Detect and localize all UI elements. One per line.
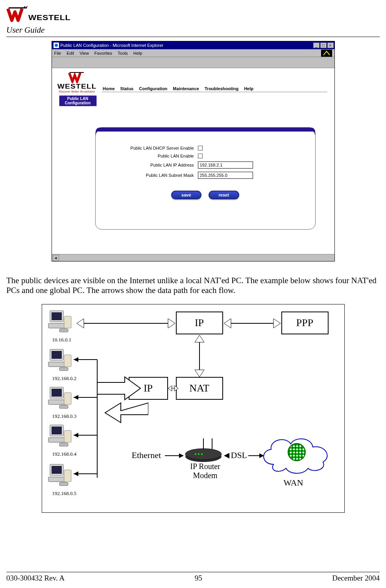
svg-rect-24 [64,470,71,482]
ip-top-box: IP [176,312,223,334]
input-ip-address[interactable] [198,161,253,169]
scroll-left-icon[interactable]: ◄ [53,255,59,261]
save-button[interactable]: save [171,191,201,199]
svg-rect-25 [59,482,68,486]
pc-ip-4: 192.168.0.4 [52,451,77,457]
globe-icon [288,443,306,461]
svg-rect-9 [64,355,71,367]
label-lan-enable: Public LAN Enable [119,154,198,158]
brand-name: WESTELL [28,14,70,22]
footer-left: 030-300432 Rev. A [6,574,65,582]
checkbox-lan-enable[interactable] [198,154,203,158]
nav-troubleshooting[interactable]: Troubleshooting [204,86,239,91]
svg-rect-3 [48,323,66,328]
dsl-label: DSL [231,450,247,460]
nav-home[interactable]: Home [102,86,116,91]
sidebar-label-2: Configuration [63,101,93,105]
browser-window: Public LAN Configuration - Microsoft Int… [52,41,335,262]
svg-marker-29 [273,319,281,328]
wan-label: WAN [284,478,303,488]
nat-box: NAT [176,377,223,400]
svg-marker-31 [195,370,204,377]
svg-rect-23 [48,477,66,482]
menu-edit[interactable]: Edit [66,51,74,56]
pc-icon [48,423,73,448]
browser-titlebar: Public LAN Configuration - Microsoft Int… [52,41,334,49]
svg-rect-14 [64,393,71,404]
pc-icon [48,308,73,334]
svg-rect-10 [59,367,68,371]
ethernet-label: Ethernet [132,450,161,460]
nav-status[interactable]: Status [120,86,135,91]
svg-rect-2 [52,312,62,320]
svg-point-49 [185,449,222,460]
pc-ip-1: 10.16.0.1 [52,337,72,343]
svg-rect-22 [52,466,62,474]
header-divider [6,37,380,37]
svg-rect-12 [52,389,62,397]
footer-right: December 2004 [332,574,380,582]
reset-button[interactable]: reset [209,191,239,199]
config-card: Public LAN DHCP Server Enable Public LAN… [95,127,316,230]
nav-configuration[interactable]: Configuration [138,86,168,91]
horizontal-scrollbar[interactable]: ◄ [52,254,334,261]
svg-marker-37 [74,357,78,362]
svg-marker-55 [224,453,229,458]
minimize-button[interactable]: _ [313,43,320,48]
svg-point-52 [195,453,196,455]
document-subtitle: User Guide [6,25,380,35]
svg-rect-4 [64,316,71,328]
svg-rect-20 [59,443,68,446]
svg-rect-18 [48,438,66,442]
svg-rect-19 [64,430,71,442]
svg-marker-45 [105,403,148,423]
ppp-box: PPP [281,312,329,334]
pc-icon [48,462,73,487]
pc-icon [48,347,73,372]
label-dhcp-enable: Public LAN DHCP Server Enable [119,146,198,150]
network-diagram: 10.16.0.1 192.168.0.2 192.168.0.3 192.16… [42,304,345,513]
svg-rect-13 [48,400,66,404]
maximize-button[interactable]: □ [320,43,327,48]
svg-rect-8 [48,362,66,367]
sidebar-label-1: Public LAN [63,96,93,101]
pc-ip-3: 192.168.0.3 [52,413,77,419]
page-footer: 030-300432 Rev. A 95 December 2004 [6,572,380,582]
svg-rect-5 [59,329,68,332]
ie-icon [54,43,59,48]
page-brand: WESTELL [57,83,96,90]
svg-point-0 [55,44,58,47]
checkbox-dhcp-enable[interactable] [198,146,203,150]
ie-throbber-icon [321,50,332,57]
footer-page-number: 95 [65,574,332,582]
body-paragraph: The public devices are visible on the In… [6,276,378,295]
nav-maintenance[interactable]: Maintenance [172,86,200,91]
menu-help[interactable]: Help [133,51,142,56]
window-title: Public LAN Configuration - Microsoft Int… [61,43,164,48]
close-button[interactable]: × [327,43,334,48]
svg-marker-43 [74,471,78,476]
nav-help[interactable]: Help [243,86,254,91]
input-subnet-mask[interactable] [198,172,253,179]
svg-rect-15 [59,405,68,408]
svg-marker-27 [168,319,175,328]
menu-tools[interactable]: Tools [118,51,128,56]
page-content: WESTELL Discover Better Broadband Home S… [52,68,334,261]
page-logo: WESTELL Discover Better Broadband [59,71,95,93]
arrow-pc1-ip [77,315,175,332]
browser-toolbar [52,57,334,68]
arrow-ip-down [101,399,148,427]
menu-file[interactable]: File [54,51,61,56]
sidebar-public-lan-button[interactable]: Public LAN Configuration [59,95,97,106]
svg-point-53 [198,453,199,455]
svg-marker-41 [74,433,78,438]
menu-favorites[interactable]: Favorites [94,51,112,56]
pc-icon [48,385,73,410]
svg-rect-7 [52,351,62,359]
svg-rect-17 [52,427,62,434]
router-label: IP Router Modem [180,462,231,480]
pc-ip-5: 192.168.0.5 [52,490,77,497]
label-subnet-mask: Public LAN Subnet Mask [119,173,198,178]
svg-marker-44 [97,377,140,400]
menu-view[interactable]: View [79,51,89,56]
